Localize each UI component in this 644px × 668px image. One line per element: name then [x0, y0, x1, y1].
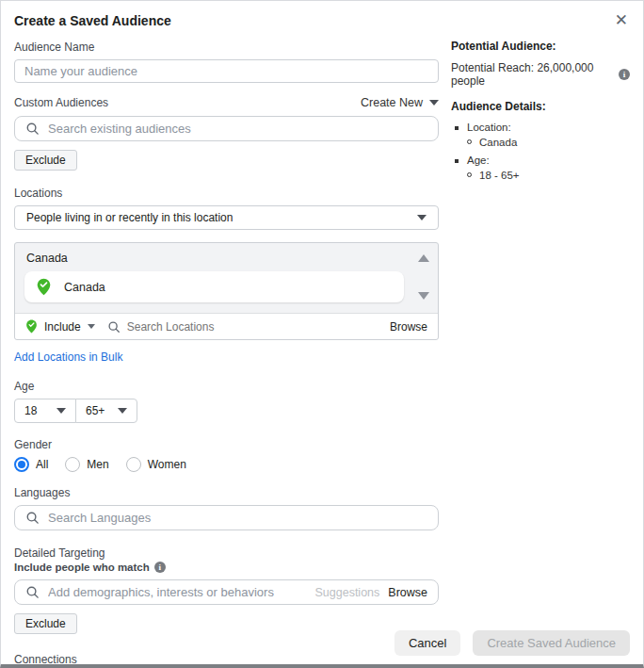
create-saved-audience-button[interactable]: Create Saved Audience [473, 630, 630, 656]
close-icon[interactable]: ✕ [613, 10, 630, 30]
languages-label: Languages [14, 486, 439, 499]
dialog-footer: Cancel Create Saved Audience [394, 630, 630, 656]
radio-unselected-icon [65, 457, 80, 472]
detailed-targeting-search[interactable]: Suggestions Browse [14, 579, 439, 605]
gender-option-label: Women [148, 458, 186, 471]
custom-audiences-search[interactable] [14, 116, 439, 141]
chevron-down-icon [88, 324, 95, 329]
scroll-up-icon[interactable] [418, 254, 429, 262]
dialog-body: Audience Name Custom Audiences Create Ne… [1, 28, 643, 668]
custom-audiences-search-input[interactable] [48, 122, 427, 136]
age-min-value: 18 [24, 404, 37, 417]
include-people-sublabel: Include people who match i [14, 562, 439, 573]
potential-audience-title: Potential Audience: [451, 40, 630, 53]
custom-audiences-exclude-button[interactable]: Exclude [14, 150, 77, 171]
chevron-down-icon [56, 408, 66, 414]
scroll-down-icon[interactable] [418, 292, 429, 300]
location-pin-check-icon [36, 278, 52, 296]
list-item: Age: 18 - 65+ [451, 154, 630, 185]
locations-mode-value: People living in or recently in this loc… [26, 211, 233, 224]
potential-reach: Potential Reach: 26,000,000 people i [451, 61, 630, 88]
detailed-targeting-label: Detailed Targeting [14, 546, 439, 560]
include-dropdown-label[interactable]: Include [44, 320, 81, 334]
gender-option-women[interactable]: Women [126, 457, 186, 472]
audience-details-list: Location: Canada Age: 18 - 65+ [451, 121, 630, 185]
bullet-icon [455, 159, 459, 163]
age-label: Age [14, 380, 439, 393]
gender-label: Gender [14, 438, 439, 451]
detailed-targeting-browse-button[interactable]: Browse [388, 586, 427, 599]
languages-search-input[interactable] [48, 511, 427, 525]
age-max-value: 65+ [86, 404, 105, 417]
dialog-header: Create a Saved Audience ✕ [1, 1, 643, 28]
detailed-targeting-exclude-button[interactable]: Exclude [14, 613, 77, 634]
selected-location-name: Canada [64, 281, 105, 294]
locations-region-title: Canada [15, 243, 438, 271]
locations-browse-button[interactable]: Browse [390, 320, 427, 334]
create-new-dropdown[interactable]: Create New [361, 96, 439, 109]
detail-label: Age: [467, 154, 520, 168]
audience-summary-sidebar: Potential Audience: Potential Reach: 26,… [439, 28, 630, 668]
age-min-dropdown[interactable]: 18 [14, 399, 76, 423]
custom-audiences-label: Custom Audiences [14, 96, 108, 109]
gender-radio-group: All Men Women [14, 457, 439, 472]
include-people-text: Include people who match [14, 562, 150, 573]
detail-value: Canada [479, 136, 517, 150]
locations-box: Canada Canada Include Browse [14, 242, 439, 340]
locations-mode-dropdown[interactable]: People living in or recently in this loc… [14, 205, 439, 230]
detail-value: 18 - 65+ [479, 169, 520, 183]
detailed-targeting-input[interactable] [48, 585, 307, 599]
audience-name-label: Audience Name [14, 41, 439, 54]
locations-label: Locations [14, 187, 439, 200]
form-column: Audience Name Custom Audiences Create Ne… [14, 28, 439, 668]
locations-search-input[interactable] [127, 320, 383, 334]
gender-option-all[interactable]: All [14, 457, 48, 472]
gender-option-label: Men [87, 458, 108, 471]
chevron-down-icon [429, 100, 439, 106]
list-item: Location: Canada [451, 121, 630, 152]
radio-unselected-icon [126, 457, 141, 472]
search-icon [25, 511, 40, 525]
location-include-row: Include Browse [15, 313, 438, 339]
age-range-group: 18 65+ [14, 399, 439, 423]
chevron-down-icon [417, 215, 427, 220]
search-icon [25, 585, 40, 599]
radio-selected-icon [14, 457, 29, 472]
languages-search[interactable] [14, 505, 439, 530]
create-new-label: Create New [361, 96, 423, 109]
detail-label: Location: [467, 121, 517, 135]
info-icon[interactable]: i [154, 562, 166, 573]
create-saved-audience-dialog: Create a Saved Audience ✕ Audience Name … [0, 0, 644, 668]
search-icon [107, 320, 121, 334]
search-icon [25, 122, 40, 136]
add-locations-bulk-link[interactable]: Add Locations in Bulk [14, 350, 122, 364]
audience-details-title: Audience Details: [451, 100, 630, 113]
chevron-down-icon [118, 408, 127, 414]
bullet-icon [455, 126, 459, 130]
suggestions-button[interactable]: Suggestions [315, 586, 380, 599]
selected-location-card[interactable]: Canada [24, 271, 404, 302]
detail-sub-item: Canada [467, 136, 517, 150]
audience-name-input[interactable] [14, 59, 439, 83]
detail-sub-item: 18 - 65+ [467, 169, 520, 183]
sub-bullet-icon [467, 172, 472, 177]
gender-option-label: All [36, 458, 48, 471]
info-icon[interactable]: i [619, 69, 630, 80]
gender-option-men[interactable]: Men [65, 457, 108, 472]
potential-reach-text: Potential Reach: 26,000,000 people [451, 61, 614, 88]
age-max-dropdown[interactable]: 65+ [75, 399, 137, 423]
sub-bullet-icon [467, 139, 472, 144]
cancel-button[interactable]: Cancel [394, 630, 460, 656]
location-pin-check-icon [25, 319, 38, 334]
connections-label: Connections [14, 653, 439, 666]
dialog-title: Create a Saved Audience [14, 13, 628, 28]
